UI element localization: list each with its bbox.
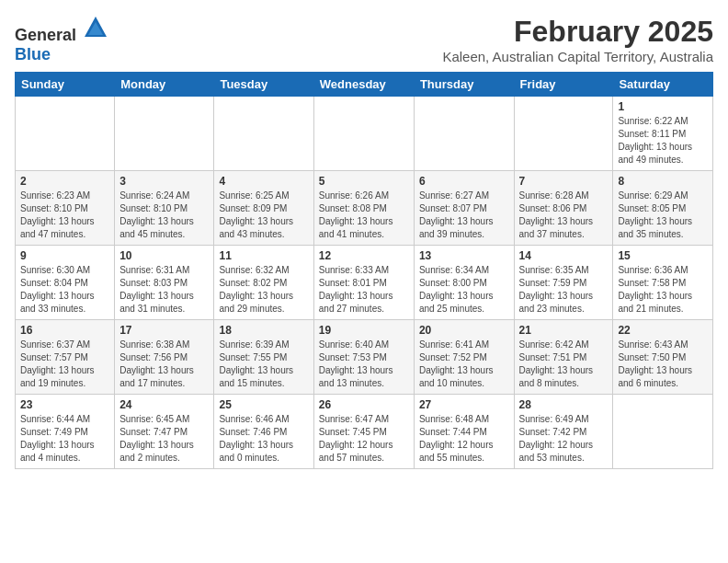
day-info: Sunrise: 6:31 AM Sunset: 8:03 PM Dayligh… [119,264,209,316]
day-info: Sunrise: 6:33 AM Sunset: 8:01 PM Dayligh… [319,264,409,316]
calendar-cell: 18Sunrise: 6:39 AM Sunset: 7:55 PM Dayli… [214,320,313,395]
day-info: Sunrise: 6:23 AM Sunset: 8:10 PM Dayligh… [20,190,109,241]
calendar-cell [16,97,115,171]
calendar-cell: 3Sunrise: 6:24 AM Sunset: 8:10 PM Daylig… [115,171,214,246]
calendar-week-5: 23Sunrise: 6:44 AM Sunset: 7:49 PM Dayli… [16,395,713,469]
day-info: Sunrise: 6:42 AM Sunset: 7:51 PM Dayligh… [519,339,609,390]
subtitle: Kaleen, Australian Capital Territory, Au… [442,49,713,64]
calendar-cell: 28Sunrise: 6:49 AM Sunset: 7:42 PM Dayli… [514,395,613,469]
calendar-cell: 20Sunrise: 6:41 AM Sunset: 7:52 PM Dayli… [414,320,514,395]
title-block: February 2025 Kaleen, Australian Capital… [442,15,713,64]
day-info: Sunrise: 6:38 AM Sunset: 7:56 PM Dayligh… [119,339,209,390]
day-number: 15 [618,249,708,262]
day-info: Sunrise: 6:46 AM Sunset: 7:46 PM Dayligh… [219,413,308,465]
day-number: 5 [319,175,409,188]
day-info: Sunrise: 6:48 AM Sunset: 7:44 PM Dayligh… [419,413,509,465]
day-info: Sunrise: 6:49 AM Sunset: 7:42 PM Dayligh… [519,413,609,465]
calendar-cell: 23Sunrise: 6:44 AM Sunset: 7:49 PM Dayli… [16,395,115,469]
day-number: 2 [20,175,109,188]
calendar-cell [414,97,514,171]
day-info: Sunrise: 6:36 AM Sunset: 7:58 PM Dayligh… [618,264,708,316]
day-info: Sunrise: 6:44 AM Sunset: 7:49 PM Dayligh… [20,413,109,465]
day-info: Sunrise: 6:37 AM Sunset: 7:57 PM Dayligh… [20,339,109,390]
calendar-header-wednesday: Wednesday [313,73,414,97]
day-number: 23 [20,398,109,411]
calendar-cell [214,97,313,171]
calendar-header-monday: Monday [115,73,214,97]
day-info: Sunrise: 6:40 AM Sunset: 7:53 PM Dayligh… [319,339,409,390]
calendar-header-friday: Friday [514,73,613,97]
logo-icon [83,15,108,40]
day-number: 6 [419,175,509,188]
day-number: 17 [119,324,209,337]
calendar-cell: 17Sunrise: 6:38 AM Sunset: 7:56 PM Dayli… [115,320,214,395]
calendar-table: SundayMondayTuesdayWednesdayThursdayFrid… [15,72,713,469]
calendar-cell: 25Sunrise: 6:46 AM Sunset: 7:46 PM Dayli… [214,395,313,469]
calendar-cell [313,97,414,171]
day-number: 11 [219,249,308,262]
day-number: 12 [319,249,409,262]
day-number: 24 [119,398,209,411]
day-info: Sunrise: 6:45 AM Sunset: 7:47 PM Dayligh… [119,413,209,465]
calendar-week-3: 9Sunrise: 6:30 AM Sunset: 8:04 PM Daylig… [16,246,713,320]
calendar-cell: 5Sunrise: 6:26 AM Sunset: 8:08 PM Daylig… [313,171,414,246]
day-number: 7 [519,175,609,188]
calendar-cell: 1Sunrise: 6:22 AM Sunset: 8:11 PM Daylig… [613,97,713,171]
calendar-cell: 16Sunrise: 6:37 AM Sunset: 7:57 PM Dayli… [16,320,115,395]
day-info: Sunrise: 6:35 AM Sunset: 7:59 PM Dayligh… [519,264,609,316]
day-number: 28 [519,398,609,411]
calendar-cell: 15Sunrise: 6:36 AM Sunset: 7:58 PM Dayli… [613,246,713,320]
calendar-cell [613,395,713,469]
calendar-cell: 9Sunrise: 6:30 AM Sunset: 8:04 PM Daylig… [16,246,115,320]
calendar-cell: 14Sunrise: 6:35 AM Sunset: 7:59 PM Dayli… [514,246,613,320]
day-info: Sunrise: 6:32 AM Sunset: 8:02 PM Dayligh… [219,264,308,316]
day-number: 25 [219,398,308,411]
day-info: Sunrise: 6:24 AM Sunset: 8:10 PM Dayligh… [119,190,209,241]
calendar-cell: 8Sunrise: 6:29 AM Sunset: 8:05 PM Daylig… [613,171,713,246]
day-number: 13 [419,249,509,262]
logo-text: General Blue [15,15,108,64]
day-info: Sunrise: 6:29 AM Sunset: 8:05 PM Dayligh… [618,190,708,241]
day-info: Sunrise: 6:39 AM Sunset: 7:55 PM Dayligh… [219,339,308,390]
day-number: 26 [319,398,409,411]
calendar-week-2: 2Sunrise: 6:23 AM Sunset: 8:10 PM Daylig… [16,171,713,246]
calendar-cell: 11Sunrise: 6:32 AM Sunset: 8:02 PM Dayli… [214,246,313,320]
main-title: February 2025 [442,15,713,49]
day-number: 10 [119,249,209,262]
calendar-header-row: SundayMondayTuesdayWednesdayThursdayFrid… [16,73,713,97]
day-number: 4 [219,175,308,188]
calendar-cell: 7Sunrise: 6:28 AM Sunset: 8:06 PM Daylig… [514,171,613,246]
day-number: 3 [119,175,209,188]
day-number: 1 [618,100,708,113]
calendar-week-4: 16Sunrise: 6:37 AM Sunset: 7:57 PM Dayli… [16,320,713,395]
calendar-cell: 27Sunrise: 6:48 AM Sunset: 7:44 PM Dayli… [414,395,514,469]
calendar-cell: 19Sunrise: 6:40 AM Sunset: 7:53 PM Dayli… [313,320,414,395]
day-info: Sunrise: 6:27 AM Sunset: 8:07 PM Dayligh… [419,190,509,241]
day-info: Sunrise: 6:41 AM Sunset: 7:52 PM Dayligh… [419,339,509,390]
day-info: Sunrise: 6:34 AM Sunset: 8:00 PM Dayligh… [419,264,509,316]
day-number: 20 [419,324,509,337]
day-number: 19 [319,324,409,337]
logo-blue: Blue [15,45,51,63]
day-number: 14 [519,249,609,262]
calendar-cell: 2Sunrise: 6:23 AM Sunset: 8:10 PM Daylig… [16,171,115,246]
calendar-cell: 13Sunrise: 6:34 AM Sunset: 8:00 PM Dayli… [414,246,514,320]
calendar-cell: 4Sunrise: 6:25 AM Sunset: 8:09 PM Daylig… [214,171,313,246]
logo-general: General [15,26,76,44]
calendar-week-1: 1Sunrise: 6:22 AM Sunset: 8:11 PM Daylig… [16,97,713,171]
day-info: Sunrise: 6:25 AM Sunset: 8:09 PM Dayligh… [219,190,308,241]
calendar-cell: 24Sunrise: 6:45 AM Sunset: 7:47 PM Dayli… [115,395,214,469]
calendar-cell [514,97,613,171]
logo: General Blue [15,15,108,64]
day-info: Sunrise: 6:26 AM Sunset: 8:08 PM Dayligh… [319,190,409,241]
calendar-header-sunday: Sunday [16,73,115,97]
calendar-header-thursday: Thursday [414,73,514,97]
day-info: Sunrise: 6:47 AM Sunset: 7:45 PM Dayligh… [319,413,409,465]
day-info: Sunrise: 6:30 AM Sunset: 8:04 PM Dayligh… [20,264,109,316]
calendar-cell: 26Sunrise: 6:47 AM Sunset: 7:45 PM Dayli… [313,395,414,469]
day-number: 8 [618,175,708,188]
day-info: Sunrise: 6:22 AM Sunset: 8:11 PM Dayligh… [618,115,708,167]
day-number: 27 [419,398,509,411]
day-number: 22 [618,324,708,337]
calendar-cell: 22Sunrise: 6:43 AM Sunset: 7:50 PM Dayli… [613,320,713,395]
